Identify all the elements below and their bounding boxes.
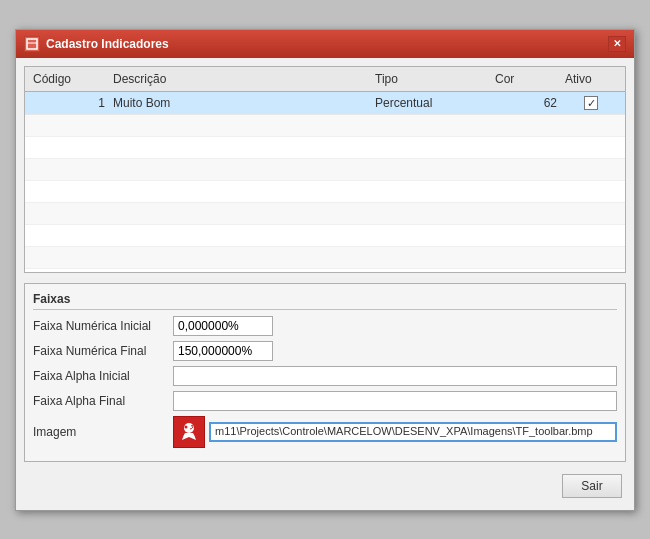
footer: Sair — [24, 470, 626, 502]
title-bar: Cadastro Indicadores ✕ — [16, 30, 634, 58]
empty-row — [25, 115, 625, 137]
table-body: 1 Muito Bom Percentual 62 ✓ — [25, 92, 625, 272]
faixa-num-inicial-input[interactable] — [173, 316, 273, 336]
svg-point-3 — [185, 425, 188, 428]
window-icon — [24, 36, 40, 52]
window-content: Código Descrição Tipo Cor Ativo 1 Muito … — [16, 58, 634, 510]
svg-rect-0 — [27, 39, 37, 49]
col-header-ativo: Ativo — [561, 70, 621, 88]
col-header-codigo: Código — [29, 70, 109, 88]
faixa-num-inicial-label: Faixa Numérica Inicial — [33, 319, 173, 333]
faixa-num-inicial-row: Faixa Numérica Inicial — [33, 316, 617, 336]
faixas-title: Faixas — [33, 292, 617, 310]
faixa-num-final-input[interactable] — [173, 341, 273, 361]
cell-cor: 62 — [491, 94, 561, 113]
faixa-alpha-inicial-row: Faixa Alpha Inicial — [33, 366, 617, 386]
empty-row — [25, 225, 625, 247]
empty-row — [25, 137, 625, 159]
window-title: Cadastro Indicadores — [46, 37, 169, 51]
empty-rows — [25, 115, 625, 269]
close-button[interactable]: ✕ — [608, 36, 626, 52]
empty-row — [25, 203, 625, 225]
imagem-icon — [173, 416, 205, 448]
col-header-tipo: Tipo — [371, 70, 491, 88]
empty-row — [25, 247, 625, 269]
main-window: Cadastro Indicadores ✕ Código Descrição … — [15, 29, 635, 511]
faixa-alpha-final-label: Faixa Alpha Final — [33, 394, 173, 408]
col-header-cor: Cor — [491, 70, 561, 88]
faixa-num-final-label: Faixa Numérica Final — [33, 344, 173, 358]
faixa-alpha-final-input[interactable] — [173, 391, 617, 411]
table-row[interactable]: 1 Muito Bom Percentual 62 ✓ — [25, 92, 625, 116]
faixas-section: Faixas Faixa Numérica Inicial Faixa Numé… — [24, 283, 626, 462]
cell-ativo: ✓ — [561, 94, 621, 113]
title-bar-left: Cadastro Indicadores — [24, 36, 169, 52]
faixa-alpha-inicial-input[interactable] — [173, 366, 617, 386]
cell-descricao: Muito Bom — [109, 94, 371, 113]
imagem-row: Imagem m11\Projects\Controle\MARCELOW\DE… — [33, 416, 617, 448]
ativo-checkbox: ✓ — [584, 96, 598, 110]
table-header: Código Descrição Tipo Cor Ativo — [25, 67, 625, 92]
cell-tipo: Percentual — [371, 94, 491, 113]
sair-button[interactable]: Sair — [562, 474, 622, 498]
imagem-path-display[interactable]: m11\Projects\Controle\MARCELOW\DESENV_XP… — [209, 422, 617, 442]
empty-row — [25, 159, 625, 181]
faixa-alpha-inicial-label: Faixa Alpha Inicial — [33, 369, 173, 383]
imagem-label: Imagem — [33, 425, 173, 439]
col-header-descricao: Descrição — [109, 70, 371, 88]
cell-codigo: 1 — [29, 94, 109, 113]
faixa-num-final-row: Faixa Numérica Final — [33, 341, 617, 361]
indicators-table: Código Descrição Tipo Cor Ativo 1 Muito … — [24, 66, 626, 273]
faixa-alpha-final-row: Faixa Alpha Final — [33, 391, 617, 411]
empty-row — [25, 181, 625, 203]
